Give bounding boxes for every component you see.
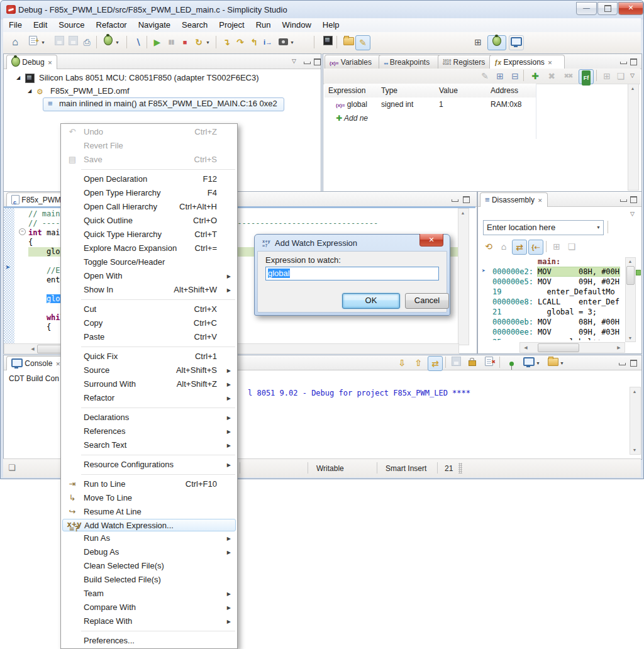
- step-into-icon[interactable]: ↴: [219, 35, 233, 49]
- scroll-up-icon[interactable]: ▲: [630, 389, 639, 394]
- expression-input[interactable]: global: [265, 267, 439, 280]
- new-wizard-icon[interactable]: +: [26, 35, 40, 49]
- print-icon[interactable]: ⎙: [80, 35, 94, 49]
- resume-icon[interactable]: ▶: [150, 35, 164, 49]
- add-expression-icon[interactable]: ✚: [528, 69, 542, 83]
- tree-row-mcu[interactable]: ◢ Silicon Labs 8051 MCU: C8051F850 (adap…: [4, 72, 318, 84]
- menu-item[interactable]: Open Type Hierarchy F4 ▶: [61, 186, 237, 200]
- minimize-view-icon[interactable]: [620, 199, 627, 202]
- menubar-item[interactable]: Window: [277, 18, 317, 32]
- minimize-view-icon[interactable]: [619, 363, 626, 365]
- vertical-scrollbar[interactable]: ▲ ▼: [625, 257, 636, 342]
- next-console-icon[interactable]: ⇩: [395, 356, 409, 370]
- restart-icon[interactable]: ↻: [192, 35, 206, 49]
- scroll-up-icon[interactable]: ▲: [626, 259, 635, 263]
- minimize-view-icon[interactable]: [304, 62, 311, 64]
- menu-item[interactable]: Show In Alt+Shift+W ▶: [61, 283, 237, 297]
- pin-view-icon[interactable]: ❏: [565, 240, 579, 253]
- new-view-icon[interactable]: ⊞: [600, 69, 614, 83]
- show-logical-structure-icon[interactable]: ⊞: [493, 69, 507, 83]
- menu-item[interactable]: Surround With Alt+Shift+Z ▶: [61, 377, 237, 391]
- menu-item[interactable]: Debug As ▶: [61, 545, 237, 559]
- console-sync-icon[interactable]: ⇄: [428, 356, 443, 371]
- view-menu-icon[interactable]: ▽: [630, 211, 635, 217]
- open-resource-icon[interactable]: [341, 35, 355, 49]
- scroll-lock-icon[interactable]: [465, 356, 479, 370]
- refresh-icon[interactable]: ⟲: [482, 240, 496, 253]
- menu-item[interactable]: Source Alt+Shift+S ▶: [61, 363, 237, 377]
- fast-view-icon[interactable]: ❏: [8, 463, 16, 472]
- memory-icon[interactable]: [321, 35, 335, 49]
- scroll-right-icon[interactable]: ▶: [614, 345, 623, 350]
- menu-item[interactable]: Resource Configurations ▶: [61, 458, 237, 472]
- maximize-view-icon[interactable]: [630, 196, 637, 203]
- menu-item[interactable]: ↳ Move To Line ▶: [61, 491, 237, 505]
- tab-expressions[interactable]: ƒx Expressions✕: [489, 55, 565, 69]
- menu-item[interactable]: Replace With ▶: [61, 614, 237, 628]
- home-icon[interactable]: ⌂: [497, 240, 511, 253]
- terminate-icon[interactable]: ■: [178, 35, 192, 49]
- close-icon[interactable]: ✕: [55, 361, 60, 367]
- disassembly-line[interactable]: ➤000000e2:MOV 08H, #00H: [479, 267, 625, 277]
- maximize-view-icon[interactable]: [463, 196, 470, 203]
- save-icon[interactable]: [52, 35, 66, 49]
- menu-item[interactable]: Preferences... ▶: [61, 634, 237, 648]
- expression-cell[interactable]: (x)= global: [325, 97, 386, 112]
- maximize-view-icon[interactable]: [630, 360, 637, 367]
- dialog-close-button[interactable]: ✕: [419, 234, 443, 247]
- column-header[interactable]: Expression: [325, 84, 378, 98]
- show-type-names-icon[interactable]: ✎: [478, 69, 492, 83]
- menu-item[interactable]: ↶ Undo Ctrl+Z ▶: [61, 125, 237, 139]
- scroll-down-icon[interactable]: ▼: [630, 448, 639, 452]
- tab-registers[interactable]: 1010 0101 Registers: [438, 55, 497, 69]
- menu-item[interactable]: Open Call Hierarchy Ctrl+Alt+H ▶: [61, 200, 237, 214]
- menubar-item[interactable]: Help: [317, 18, 345, 32]
- highlight-tool-icon[interactable]: ✎: [355, 35, 370, 50]
- menu-item[interactable]: Refactor ▶: [61, 391, 237, 405]
- menu-item[interactable]: Clean Selected File(s) ▶: [61, 559, 237, 573]
- column-header[interactable]: Value: [435, 84, 487, 98]
- title-bar[interactable]: Debug - F85x_PWM_LED/src/F85x_PWM_LED_ma…: [1, 1, 644, 18]
- menu-item[interactable]: Revert File ▶: [61, 139, 237, 153]
- pin-console-icon[interactable]: [504, 356, 518, 370]
- display-console-icon[interactable]: [522, 356, 536, 370]
- minimize-view-icon[interactable]: [452, 199, 458, 202]
- previous-console-icon[interactable]: ⇧: [411, 356, 425, 370]
- step-return-icon[interactable]: ↰: [247, 35, 261, 49]
- expander-icon[interactable]: ◢: [28, 85, 31, 97]
- menubar-item[interactable]: File: [3, 18, 28, 32]
- close-button[interactable]: ✕: [618, 2, 643, 15]
- menu-item[interactable]: ↪ Resume At Line ▶: [61, 505, 237, 519]
- instruction-stepping-icon[interactable]: i→: [261, 35, 275, 49]
- menu-item[interactable]: Run As ▶: [61, 531, 237, 545]
- scrollbar-thumb[interactable]: [626, 266, 635, 285]
- ok-button[interactable]: OK: [342, 293, 400, 309]
- new-view-icon[interactable]: ⊞: [550, 240, 564, 253]
- menu-item[interactable]: Quick Outline Ctrl+O ▶: [61, 214, 237, 228]
- menu-item[interactable]: Team ▶: [61, 587, 237, 601]
- menubar-item[interactable]: Run: [250, 18, 277, 32]
- display-console-dropdown-icon[interactable]: ▼: [536, 361, 540, 365]
- menu-item[interactable]: ▤ Save Ctrl+S ▶: [61, 153, 237, 167]
- sync-selection-icon[interactable]: ⇄: [512, 240, 527, 255]
- menu-item[interactable]: Paste Ctrl+V ▶: [61, 330, 237, 344]
- skip-all-breakpoints-icon[interactable]: ∖: [131, 35, 145, 49]
- scroll-up-icon[interactable]: ▲: [458, 211, 467, 215]
- tree-row-main-frame[interactable]: ≡ main inlined in main() at F85X_PWM_LED…: [4, 97, 318, 110]
- open-console-dropdown-icon[interactable]: ▼: [560, 361, 564, 365]
- debug-icon[interactable]: [101, 35, 115, 49]
- step-over-icon[interactable]: ↷: [233, 35, 247, 49]
- scrollbar-thumb[interactable]: [538, 343, 579, 352]
- menu-item[interactable]: x+y =? Add Watch Expression... ▶: [62, 519, 236, 531]
- scroll-up-icon[interactable]: ▲: [628, 86, 637, 91]
- combo-dropdown-icon[interactable]: ▼: [596, 225, 601, 230]
- open-perspective-icon[interactable]: ⊞: [471, 35, 485, 49]
- scroll-left-icon[interactable]: ◀: [521, 345, 530, 350]
- debug-dropdown-icon[interactable]: ▼: [115, 40, 119, 45]
- menu-item[interactable]: Cut Ctrl+X ▶: [61, 302, 237, 316]
- menu-item[interactable]: Build Selected File(s) ▶: [61, 573, 237, 587]
- disassembly-code[interactable]: ➤main:➤000000e2:MOV 08H, #00H➤000000e5:M…: [479, 257, 625, 340]
- tree-row-omf[interactable]: ◢ ⚙ F85x_PWM_LED.omf: [4, 85, 318, 97]
- close-icon[interactable]: ✕: [48, 60, 53, 66]
- disassembly-line[interactable]: ➤000000eb:MOV 08H, #00H: [479, 318, 625, 328]
